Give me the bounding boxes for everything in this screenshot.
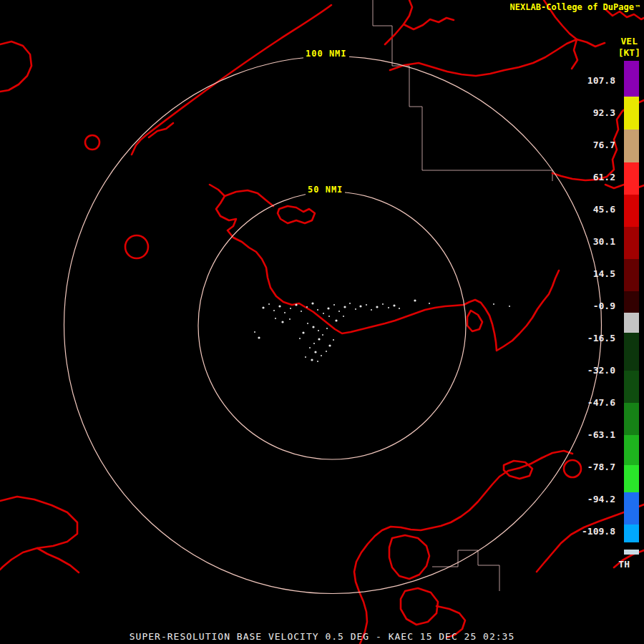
echo-dot [322,334,323,336]
echo-dot [355,308,356,310]
map-se-island-2 [401,588,438,625]
colorbar-segment [624,403,639,435]
echo-dot [313,343,315,344]
echo-dot [262,306,264,308]
echo-dot [376,306,378,308]
colorbar-segment [624,130,639,162]
trademark-mark: ™ [635,4,640,11]
echo-dot [328,316,330,317]
product-caption: SUPER-RESOLUTION BASE VELOCITY 0.5 DEG -… [0,632,644,642]
echo-dot [349,303,351,304]
echo-dot [327,307,329,309]
echo-dot [299,338,301,339]
brand-text: NEXLAB-College of DuPage [510,2,634,12]
echo-dot [328,344,331,346]
map-sw-spur [37,548,79,572]
echo-dot [295,303,297,306]
echo-dot [258,336,260,338]
map-circle-3 [564,460,581,477]
echo-dot [318,330,319,331]
brand: NEXLAB-College of DuPage™ [510,3,640,12]
colorbar-segment [624,435,639,465]
echo-dot [343,306,346,308]
echo-dot [338,311,340,312]
map-ne-road-3 [390,39,605,76]
echo-dot [273,310,275,311]
map-ne-road-2 [404,18,454,29]
map-nw-blob [0,42,31,92]
echo-dot [333,304,335,306]
colorbar-threshold-label: TH [618,559,630,570]
colorbar-segment [624,291,639,313]
colorbar-segment [624,313,639,333]
echo-dot [326,328,328,329]
map-ne-road-6 [572,39,577,69]
echo-dot [317,309,318,311]
colorbar-segment [624,333,639,371]
echo-dot [314,351,316,353]
map-sw-blob [0,497,77,570]
echo-dot [371,309,372,311]
colorbar-segment [624,259,639,291]
echo-dot [278,305,280,307]
echo-dot [311,302,313,304]
colorbar-segment [624,492,639,525]
colorbar-segment [624,195,639,227]
colorbar-segment [624,227,639,259]
map-coastline-main [210,185,559,351]
echo-dot [429,303,430,304]
map-outlines [0,0,644,644]
map-coast-branch [225,190,273,206]
colorbar-segment [624,61,639,97]
echo-dot [388,307,389,308]
echo-dot [289,318,291,320]
echo-dot [382,303,384,305]
map-se-island-1 [389,535,429,579]
map-ne-road-1 [385,0,412,44]
range-ring-label-100: 100 NMI [303,49,349,59]
colorbar-segment [624,162,639,195]
echo-dot [399,308,400,309]
echo-dot [493,303,494,305]
colorbar-segment [624,97,639,130]
colorbar-segment [624,525,639,542]
echo-dot [254,331,255,333]
echo-dot [302,331,304,333]
colorbar-segment [624,550,639,555]
echo-dot [311,358,313,361]
map-circle-1 [85,135,99,150]
range-ring-label-50: 50 NMI [306,185,345,195]
echo-dot [326,351,327,352]
colorbar-segment [624,371,639,403]
map-se-coast-main [354,458,542,644]
echo-dot [275,318,276,319]
echo-dot [284,312,286,313]
echo-dot [306,306,308,308]
echo-dot [317,361,318,362]
echo-dot [343,316,344,317]
echo-dot [366,304,367,306]
echo-dot [281,321,283,323]
echo-dot [393,304,395,306]
echo-dot [290,308,291,309]
echo-dot [318,338,320,340]
echo-dot [359,305,361,307]
map-se-blob [504,461,532,479]
map-island-loop [467,311,482,331]
echo-dot [301,311,302,312]
colorbar-segment [624,542,639,550]
echo-dot [305,356,306,358]
echo-dot [335,319,337,321]
colorbar-units: [KT] [618,47,640,58]
echo-dot [268,303,270,305]
echo-dot [323,313,324,314]
colorbar [624,61,639,555]
map-circle-2 [125,235,148,258]
echo-dot [333,339,334,341]
map-lake-loop [278,206,315,223]
echo-dot [312,326,314,328]
colorbar-segment [624,465,639,492]
echo-dot [309,347,311,348]
echo-dot [414,299,416,301]
radar-map [0,0,644,644]
